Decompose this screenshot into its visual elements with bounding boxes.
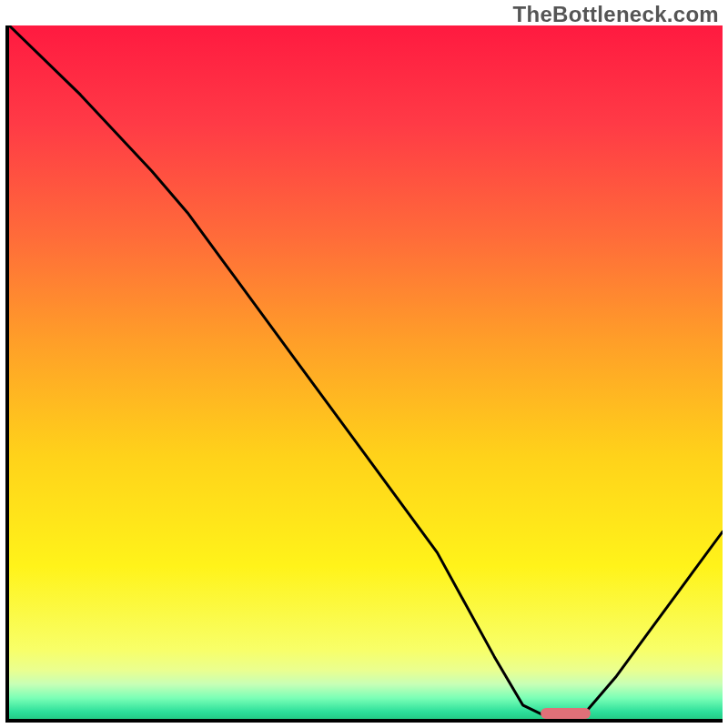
chart-container: TheBottleneck.com	[0, 0, 728, 728]
plot-frame	[5, 25, 723, 723]
watermark-text: TheBottleneck.com	[513, 2, 719, 27]
bottleneck-curve	[9, 25, 723, 719]
chart-overlay-svg	[9, 25, 723, 719]
optimum-marker	[541, 708, 591, 719]
